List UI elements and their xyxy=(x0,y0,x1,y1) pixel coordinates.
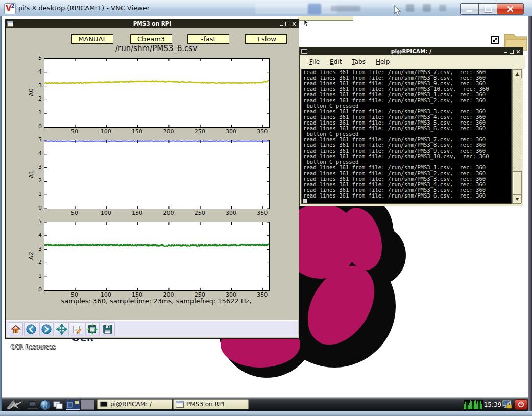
x-tick-label: 150 xyxy=(127,128,148,135)
maximize-icon[interactable] xyxy=(510,50,514,54)
plot-canvas[interactable] xyxy=(44,140,270,209)
background-ghost xyxy=(308,4,321,14)
x-tick-label: 50 xyxy=(64,128,85,135)
terminal-window: pi@RPICAM: / File Edit Tabs Help read li… xyxy=(299,47,523,206)
plot-canvas[interactable] xyxy=(44,222,270,291)
subplot-a0: A0 50100150200250300350012345 xyxy=(6,58,299,141)
close-button[interactable] xyxy=(497,3,524,15)
y-tick-label: 2 xyxy=(29,259,42,265)
background-ghost xyxy=(331,6,360,11)
y-tick-label: 3 xyxy=(29,82,42,89)
workspace-pager[interactable] xyxy=(65,400,94,410)
remote-desktop: OCR OCR Resources PMS3 on RPI MANUAL Cbe… xyxy=(2,16,528,411)
mouse-cursor xyxy=(394,5,401,16)
y-tick-label: 2 xyxy=(29,95,42,102)
arrow-up-icon xyxy=(515,72,519,76)
terminal-titlebar[interactable]: pi@RPICAM: / xyxy=(300,47,523,55)
manual-button[interactable]: MANUAL xyxy=(71,34,113,44)
terminal-scrollbar[interactable] xyxy=(512,69,521,204)
cbeam3-button[interactable]: Cbeam3 xyxy=(130,34,172,44)
x-tick-label: 350 xyxy=(252,128,273,135)
restore-icon[interactable] xyxy=(491,36,499,44)
y-tick-label: 0 xyxy=(29,205,42,211)
window-frame xyxy=(528,16,532,411)
vnc-viewer-window: V 2 pi's X desktop (RPICAM:1) - VNC View… xyxy=(0,0,532,416)
scroll-down-button[interactable] xyxy=(513,194,522,203)
x-tick-label: 150 xyxy=(127,210,148,216)
pager-icon xyxy=(66,400,94,410)
window-icon xyxy=(176,401,184,408)
power-button[interactable] xyxy=(515,399,527,410)
windows-icon xyxy=(52,400,64,410)
home-icon[interactable] xyxy=(9,322,23,336)
y-tick-label: 1 xyxy=(29,273,42,279)
pan-icon[interactable] xyxy=(55,322,69,336)
y-tick-label: 5 xyxy=(29,55,42,61)
power-icon xyxy=(517,401,525,408)
lxde-menu-icon xyxy=(6,399,23,410)
window-title: pi's X desktop (RPICAM:1) - VNC Viewer xyxy=(18,4,150,12)
save-icon[interactable] xyxy=(101,322,115,336)
edit-icon[interactable] xyxy=(70,322,84,336)
y-tick-label: 1 xyxy=(29,191,42,198)
configure-subplots-icon[interactable] xyxy=(85,322,100,336)
x-tick-label: 300 xyxy=(221,210,241,216)
menu-file[interactable]: File xyxy=(304,57,325,66)
app-menu-button[interactable] xyxy=(5,400,24,410)
taskbar-task-plot[interactable]: PMS3 on RPI xyxy=(173,399,249,409)
maximize-icon[interactable] xyxy=(285,22,289,26)
x-tick-label: 50 xyxy=(64,210,85,216)
fast-button[interactable]: -fast xyxy=(187,34,229,44)
x-tick-label: 300 xyxy=(221,128,241,135)
figure-title: /run/shm/PMS3_6.csv xyxy=(44,44,269,53)
x-tick-label: 200 xyxy=(158,128,179,135)
vnc-logo-icon[interactable]: V 2 xyxy=(4,3,16,14)
subplot-a1: A1 50100150200250300350012345 xyxy=(6,140,299,223)
back-icon[interactable] xyxy=(24,322,38,336)
background-ghost xyxy=(423,4,431,12)
close-icon xyxy=(507,6,514,12)
subplot-a2: A2 50100150200250300350012345 xyxy=(6,222,299,304)
minimize-icon xyxy=(467,10,472,12)
menu-help[interactable]: Help xyxy=(371,57,395,66)
y-tick-label: 4 xyxy=(29,150,42,157)
scroll-up-button[interactable] xyxy=(513,69,522,78)
x-tick-label: 250 xyxy=(189,128,210,135)
y-tick-label: 1 xyxy=(29,109,42,116)
x-tick-label: 250 xyxy=(189,210,210,216)
close-icon[interactable] xyxy=(516,50,520,54)
desktop-icon-label[interactable]: OCR Resources xyxy=(11,344,55,351)
globe-icon xyxy=(40,400,51,410)
y-tick-label: 3 xyxy=(29,246,42,252)
clock[interactable]: 15:39 xyxy=(485,398,501,411)
scrollbar-thumb[interactable] xyxy=(513,171,522,194)
background-ghost xyxy=(255,3,337,14)
minimize-icon[interactable] xyxy=(280,25,283,26)
arrow-down-icon xyxy=(515,198,519,201)
x-tick-label: 350 xyxy=(252,210,273,216)
plot-window-title: PMS3 on RPI xyxy=(6,20,299,28)
slow-button[interactable]: +slow xyxy=(245,34,287,44)
menu-edit[interactable]: Edit xyxy=(325,57,347,66)
y-tick-label: 2 xyxy=(29,177,42,184)
forward-icon[interactable] xyxy=(39,322,54,336)
close-icon[interactable] xyxy=(292,22,296,26)
show-desktop-button[interactable] xyxy=(51,400,65,410)
web-browser-button[interactable] xyxy=(39,400,51,410)
vnc-titlebar[interactable]: V 2 pi's X desktop (RPICAM:1) - VNC View… xyxy=(0,0,532,17)
minimize-icon[interactable] xyxy=(504,52,507,53)
file-manager-button[interactable] xyxy=(26,400,39,410)
lock-screen-button[interactable] xyxy=(501,399,513,411)
maximize-button[interactable] xyxy=(478,3,497,15)
cpu-monitor[interactable] xyxy=(464,400,483,410)
taskbar-task-terminal[interactable]: pi@RPICAM: / xyxy=(97,399,172,409)
terminal-output[interactable]: read lines 361 from file: /run/shm/PMS3_… xyxy=(301,69,512,204)
minimize-button[interactable] xyxy=(460,3,478,15)
plot-window-titlebar[interactable]: PMS3 on RPI xyxy=(6,20,299,28)
background-ghost xyxy=(406,4,414,12)
menu-tabs[interactable]: Tabs xyxy=(347,57,371,66)
y-tick-label: 5 xyxy=(29,218,42,225)
y-tick-label: 5 xyxy=(29,136,42,143)
y-tick-label: 3 xyxy=(29,164,42,170)
plot-canvas[interactable] xyxy=(44,58,270,128)
